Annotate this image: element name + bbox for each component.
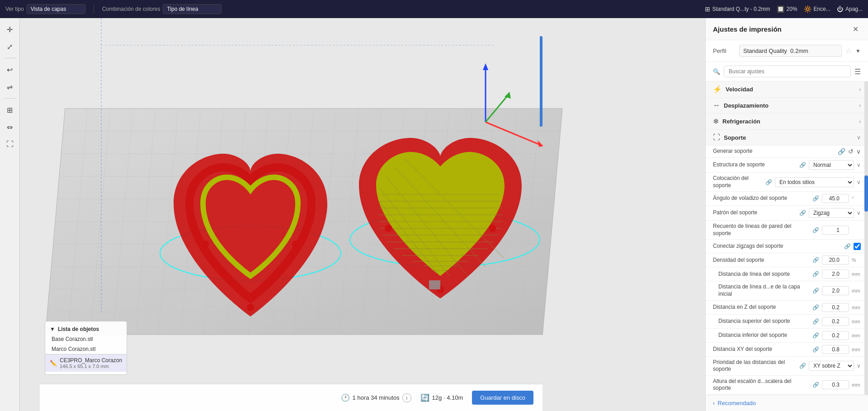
densidad-input[interactable] — [822, 255, 849, 265]
move-tool[interactable]: ✛ — [2, 22, 18, 37]
link-icon-conectar[interactable]: 🔗 — [844, 243, 851, 250]
profile-row: Perfil ☆ ▼ — [706, 40, 868, 62]
undo-tool[interactable]: ↩ — [2, 62, 18, 77]
angulo-label: Ángulo de voladizo del soporte — [713, 195, 810, 202]
altura-escalon-input[interactable] — [822, 380, 849, 389]
conectar-checkbox[interactable] — [854, 243, 861, 250]
angulo-input[interactable] — [822, 194, 849, 203]
profile-input[interactable] — [739, 45, 842, 57]
estructura-label: Estructura de soporte — [713, 161, 797, 169]
svg-point-35 — [247, 304, 254, 311]
link-icon-estructura[interactable]: 🔗 — [799, 162, 806, 168]
ence-indicator[interactable]: 🔆 Ence... — [804, 5, 830, 13]
patron-chevron[interactable]: ∨ — [857, 210, 861, 216]
expand-icon-generar[interactable]: ∨ — [856, 148, 861, 155]
recuento-input[interactable] — [822, 226, 849, 235]
recuento-label: Recuento de líneas de pared del soporte — [713, 223, 810, 237]
velocidad-chevron[interactable]: › — [859, 86, 861, 93]
time-value: 1 hora 34 minutos — [353, 394, 400, 401]
category-soporte[interactable]: ⛶ Soporte ∨ — [706, 130, 868, 146]
colocacion-select[interactable]: En todos sitios Solo tocando la platafor… — [775, 177, 854, 187]
profile-indicator[interactable]: ⊞ Standard Q...ty - 0.2mm — [705, 5, 770, 13]
link-icon-generar[interactable]: 🔗 — [838, 148, 845, 155]
viewport[interactable]: ▼ Lista de objetos Base Corazon.stl Marc… — [20, 18, 705, 411]
dist-z-input[interactable] — [822, 303, 849, 312]
desplazamiento-label: Desplazamiento — [724, 102, 855, 109]
search-input[interactable] — [724, 66, 851, 77]
category-velocidad[interactable]: ⚡ Velocidad › — [706, 81, 868, 98]
star-button[interactable]: ☆ — [845, 47, 852, 55]
expand-button[interactable]: ▼ — [855, 48, 861, 54]
category-desplazamiento[interactable]: ↔ Desplazamiento › — [706, 98, 868, 113]
setting-dist-linea: Distancia de línea del soporte 🔗 mm — [706, 267, 868, 281]
svg-point-36 — [221, 269, 226, 274]
edit-icon: ✏️ — [50, 360, 57, 367]
prioridad-select[interactable]: XY sobre Z Z sobre XY — [809, 361, 854, 371]
link-icon-colocacion[interactable]: 🔗 — [765, 179, 772, 185]
setting-dist-inferior: Distancia inferior del soporte 🔗 mm — [706, 329, 868, 343]
dist-inferior-input[interactable] — [822, 331, 849, 340]
combinacion-select[interactable]: Tipo de línea — [163, 4, 222, 14]
soporte-chevron[interactable]: ∨ — [857, 134, 861, 141]
setting-dist-linea-capa: Distancia de línea d...e de la capa inic… — [706, 281, 868, 300]
scrollbar-thumb[interactable] — [864, 175, 868, 212]
link-icon-patron[interactable]: 🔗 — [799, 210, 806, 216]
refresh-icon-generar[interactable]: ↺ — [848, 148, 854, 155]
setting-densidad-soporte: Densidad del soporte 🔗 % — [706, 253, 868, 267]
desplazamiento-chevron[interactable]: › — [859, 102, 861, 109]
generar-soporte-label: Generar soporte — [713, 148, 835, 155]
link-icon-dist-z[interactable]: 🔗 — [812, 304, 819, 311]
link-icon-altura-escalon[interactable]: 🔗 — [812, 382, 819, 388]
search-menu-button[interactable]: ☰ — [854, 67, 861, 76]
dist-superior-label: Distancia superior del soporte — [718, 318, 810, 325]
profile-icon: ⊞ — [705, 5, 710, 13]
dist-z-label: Distancia en Z del soporte — [713, 304, 810, 311]
apag-indicator[interactable]: ⏻ Apag... — [837, 5, 863, 13]
support-tool[interactable]: ⛶ — [2, 137, 18, 152]
dist-superior-input[interactable] — [822, 317, 849, 326]
dist-xy-input[interactable] — [822, 345, 849, 354]
combinacion-label: Combinación de colores — [102, 6, 160, 12]
estructura-select[interactable]: Normal Tree — [809, 160, 854, 170]
ver-tipo-select[interactable]: Vista de capas — [27, 4, 85, 14]
dist-linea-input[interactable] — [822, 269, 849, 279]
time-info-btn[interactable]: i — [402, 393, 411, 402]
link-icon-dist-inferior[interactable]: 🔗 — [812, 332, 819, 339]
link-icon-prioridad[interactable]: 🔗 — [799, 363, 806, 369]
object-list-item-2[interactable]: Marco Corazon.stl — [45, 344, 127, 354]
apag-text: Apag... — [845, 6, 863, 12]
scale-tool[interactable]: ⤢ — [2, 39, 18, 54]
estructura-chevron[interactable]: ∨ — [857, 162, 861, 168]
category-refrigeracion[interactable]: ❄ Refrigeración › — [706, 113, 868, 130]
redo-tool[interactable]: ⇌ — [2, 79, 18, 94]
setting-prioridad-dist: Prioridad de las distancias del soporte … — [706, 357, 868, 376]
link-icon-densidad[interactable]: 🔗 — [812, 257, 819, 263]
ver-tipo-group: Ver tipo Vista de capas — [5, 4, 85, 14]
refrigeracion-chevron[interactable]: › — [859, 118, 861, 125]
link-icon-dist-xy[interactable]: 🔗 — [812, 346, 819, 353]
arrange-tool[interactable]: ⊞ — [2, 102, 18, 118]
object-list-header[interactable]: ▼ Lista de objetos — [45, 324, 127, 334]
percent-indicator[interactable]: 🔲 20% — [777, 5, 797, 13]
dist-linea-capa-input[interactable] — [822, 286, 849, 295]
blue-accent-bar — [540, 36, 542, 127]
mirror-tool[interactable]: ⇔ — [2, 119, 18, 135]
ence-text: Ence... — [814, 6, 830, 12]
link-icon-recuento[interactable]: 🔗 — [812, 227, 819, 233]
patron-select[interactable]: Zigzag Lines Grid — [809, 208, 854, 218]
dist-z-unit: mm — [852, 305, 861, 310]
conectar-label: Conectar zigzags del soporte — [713, 243, 841, 250]
object-list-item-1[interactable]: Base Corazon.stl — [45, 334, 127, 344]
colocacion-chevron[interactable]: ∨ — [857, 179, 861, 185]
link-icon-angulo[interactable]: 🔗 — [812, 195, 819, 202]
setting-dist-xy: Distancia XY del soporte 🔗 mm — [706, 343, 868, 357]
svg-point-56 — [489, 225, 496, 232]
link-icon-dist-superior[interactable]: 🔗 — [812, 318, 819, 325]
recommended-button[interactable]: ‹ Recomendado — [713, 400, 756, 406]
panel-close-button[interactable]: ✕ — [850, 24, 861, 34]
link-icon-dist-linea[interactable]: 🔗 — [812, 271, 819, 277]
prioridad-chevron[interactable]: ∨ — [857, 363, 861, 369]
link-icon-dist-linea-capa[interactable]: 🔗 — [812, 288, 819, 294]
save-button[interactable]: Guardar en disco — [472, 391, 533, 405]
panel-footer: ‹ Recomendado — [706, 395, 868, 411]
